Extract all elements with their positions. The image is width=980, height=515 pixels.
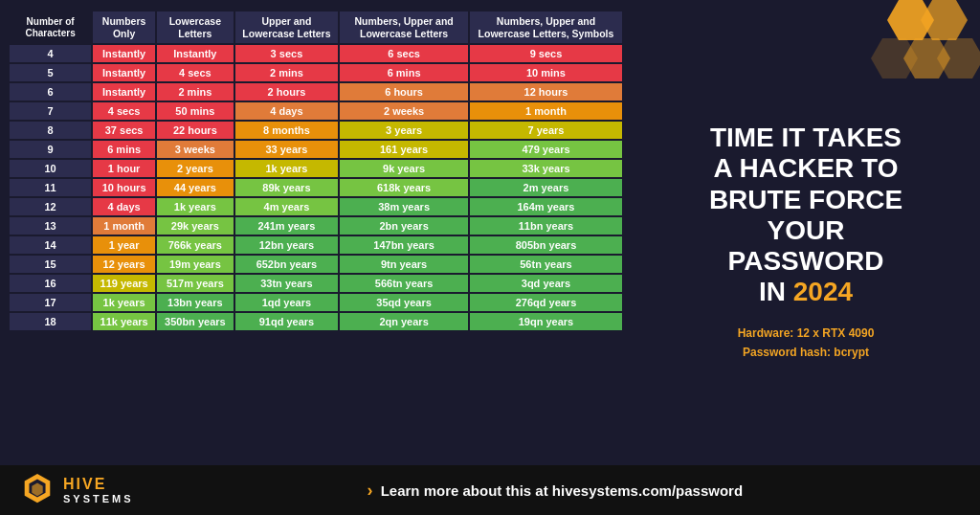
cell-numbers: Instantly bbox=[93, 64, 155, 81]
cell-symbols: 2m years bbox=[470, 179, 622, 196]
cell-lower: 44 years bbox=[157, 179, 234, 196]
cell-numbers: 1 hour bbox=[93, 160, 155, 177]
hive-logo: HIVE SYSTEMS bbox=[19, 472, 134, 508]
table-row: 16119 years517m years33tn years566tn yea… bbox=[10, 275, 622, 292]
cell-lower: 517m years bbox=[157, 275, 234, 292]
main-content: Number of Characters Numbers Only Lowerc… bbox=[0, 0, 980, 465]
table-row: 5Instantly4 secs2 mins6 mins10 mins bbox=[10, 64, 622, 81]
char-count: 12 bbox=[10, 198, 91, 215]
cell-num_upper_lower: 566tn years bbox=[340, 275, 468, 292]
arrow-icon: › bbox=[367, 481, 372, 500]
svg-marker-3 bbox=[937, 38, 980, 78]
cell-symbols: 805bn years bbox=[470, 236, 622, 254]
table-row: 4InstantlyInstantly3 secs6 secs9 secs bbox=[10, 45, 622, 62]
col-header-chars: Number of Characters bbox=[10, 11, 91, 43]
cell-upper_lower: 8 months bbox=[235, 122, 339, 139]
cell-symbols: 19qn years bbox=[470, 313, 622, 330]
cell-symbols: 33k years bbox=[470, 160, 622, 177]
cell-numbers: 37 secs bbox=[93, 122, 155, 139]
svg-marker-1 bbox=[921, 0, 968, 40]
table-row: 837 secs22 hours8 months3 years7 years bbox=[10, 122, 622, 139]
cell-lower: 4 secs bbox=[157, 64, 234, 81]
cell-num_upper_lower: 38m years bbox=[340, 198, 468, 215]
col-header-lower: Lowercase Letters bbox=[157, 11, 234, 43]
char-count: 8 bbox=[10, 122, 91, 139]
hash-label: Password hash: bcrypt bbox=[738, 344, 875, 362]
cell-num_upper_lower: 3 years bbox=[340, 122, 468, 139]
bottom-link[interactable]: › Learn more about this at hivesystems.c… bbox=[149, 481, 961, 501]
cell-upper_lower: 652bn years bbox=[235, 256, 339, 273]
password-table: Number of Characters Numbers Only Lowerc… bbox=[8, 10, 624, 332]
cell-num_upper_lower: 6 secs bbox=[340, 45, 468, 62]
logo-systems: SYSTEMS bbox=[63, 493, 134, 504]
hardware-label: Hardware: 12 x RTX 4090 bbox=[738, 325, 875, 343]
cell-lower: 3 weeks bbox=[157, 141, 234, 158]
link-text: Learn more about this at bbox=[381, 482, 552, 499]
cell-lower: 13bn years bbox=[157, 294, 234, 311]
cell-upper_lower: 33 years bbox=[235, 141, 339, 158]
table-section: Number of Characters Numbers Only Lowerc… bbox=[0, 0, 632, 465]
headline-line2: A HACKER TO bbox=[714, 153, 899, 183]
cell-lower: 29k years bbox=[157, 217, 234, 235]
headline-line5: PASSWORD bbox=[728, 246, 884, 276]
right-section: TIME IT TAKES A HACKER TO BRUTE FORCE YO… bbox=[632, 0, 980, 465]
cell-symbols: 1 month bbox=[470, 102, 622, 120]
cell-num_upper_lower: 6 hours bbox=[340, 83, 468, 101]
cell-lower: 50 mins bbox=[157, 102, 234, 120]
cell-numbers: 10 hours bbox=[93, 179, 155, 196]
cell-numbers: 12 years bbox=[93, 256, 155, 273]
cell-upper_lower: 3 secs bbox=[235, 45, 339, 62]
headline-year-prefix: IN bbox=[759, 277, 793, 306]
cell-upper_lower: 241m years bbox=[235, 217, 339, 235]
logo-hive: HIVE bbox=[63, 476, 134, 493]
honeycomb-decoration bbox=[870, 0, 980, 91]
char-count: 7 bbox=[10, 102, 91, 120]
hive-logo-icon bbox=[19, 472, 56, 508]
cell-symbols: 276qd years bbox=[470, 294, 622, 311]
table-row: 1512 years19m years652bn years9tn years5… bbox=[10, 256, 622, 273]
cell-num_upper_lower: 2 weeks bbox=[340, 102, 468, 120]
col-header-symbols: Numbers, Upper and Lowercase Letters, Sy… bbox=[470, 11, 622, 43]
cell-upper_lower: 91qd years bbox=[235, 313, 339, 330]
char-count: 18 bbox=[10, 313, 91, 330]
cell-num_upper_lower: 9tn years bbox=[340, 256, 468, 273]
cell-numbers: 11k years bbox=[93, 313, 155, 330]
headline-line4: YOUR bbox=[768, 215, 845, 245]
col-header-numbers: Numbers Only bbox=[93, 11, 155, 43]
table-row: 101 hour2 years1k years9k years33k years bbox=[10, 160, 622, 177]
cell-symbols: 3qd years bbox=[470, 275, 622, 292]
headline-line3: BRUTE FORCE bbox=[709, 185, 902, 214]
cell-numbers: Instantly bbox=[93, 45, 155, 62]
cell-upper_lower: 89k years bbox=[235, 179, 339, 196]
cell-upper_lower: 12bn years bbox=[235, 236, 339, 254]
table-row: 141 year766k years12bn years147bn years8… bbox=[10, 236, 622, 254]
cell-num_upper_lower: 9k years bbox=[340, 160, 468, 177]
link-url[interactable]: hivesystems.com/password bbox=[552, 482, 743, 499]
table-row: 96 mins3 weeks33 years161 years479 years bbox=[10, 141, 622, 158]
table-row: 124 days1k years4m years38m years164m ye… bbox=[10, 198, 622, 215]
table-row: 74 secs50 mins4 days2 weeks1 month bbox=[10, 102, 622, 120]
cell-numbers: 1 month bbox=[93, 217, 155, 235]
cell-upper_lower: 2 mins bbox=[235, 64, 339, 81]
col-header-num-upper-lower: Numbers, Upper and Lowercase Letters bbox=[340, 11, 468, 43]
char-count: 16 bbox=[10, 275, 91, 292]
char-count: 15 bbox=[10, 256, 91, 273]
char-count: 10 bbox=[10, 160, 91, 177]
svg-marker-4 bbox=[871, 38, 918, 78]
cell-upper_lower: 1k years bbox=[235, 160, 339, 177]
cell-upper_lower: 1qd years bbox=[235, 294, 339, 311]
hardware-info: Hardware: 12 x RTX 4090 Password hash: b… bbox=[738, 325, 875, 361]
cell-lower: 766k years bbox=[157, 236, 234, 254]
cell-symbols: 12 hours bbox=[470, 83, 622, 101]
table-row: 131 month29k years241m years2bn years11b… bbox=[10, 217, 622, 235]
headline-line1: TIME IT TAKES bbox=[710, 123, 902, 152]
char-count: 5 bbox=[10, 64, 91, 81]
table-row: 171k years13bn years1qd years35qd years2… bbox=[10, 294, 622, 311]
cell-lower: 22 hours bbox=[157, 122, 234, 139]
char-count: 17 bbox=[10, 294, 91, 311]
cell-lower: 1k years bbox=[157, 198, 234, 215]
cell-upper_lower: 2 hours bbox=[235, 83, 339, 101]
cell-num_upper_lower: 161 years bbox=[340, 141, 468, 158]
char-count: 13 bbox=[10, 217, 91, 235]
cell-numbers: 4 days bbox=[93, 198, 155, 215]
